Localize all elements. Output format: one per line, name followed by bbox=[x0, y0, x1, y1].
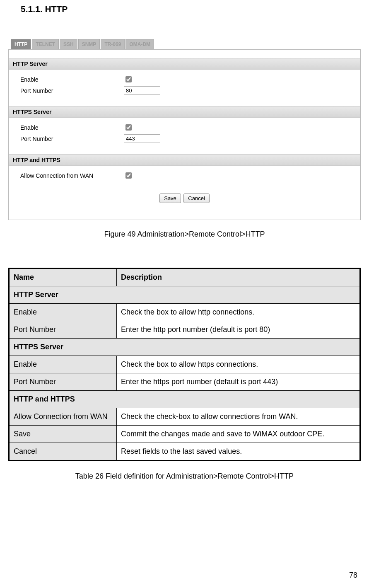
table-name-cell: Allow Connection from WAN bbox=[9, 408, 117, 426]
http-port-input[interactable] bbox=[124, 86, 160, 95]
table-desc-cell: Enter the http port number (default is p… bbox=[117, 321, 360, 339]
table-desc-cell: Commit the changes made and save to WiMA… bbox=[117, 426, 360, 443]
table-name-cell: Save bbox=[9, 426, 117, 443]
allow-wan-row: Allow Connection from WAN bbox=[9, 170, 360, 181]
table-section-cell: HTTPS Server bbox=[9, 339, 360, 356]
table-name-cell: Enable bbox=[9, 304, 117, 321]
header-name: Name bbox=[9, 269, 117, 286]
table-row: SaveCommit the changes made and save to … bbox=[9, 426, 360, 443]
definition-table: NameDescriptionHTTP ServerEnableCheck th… bbox=[8, 268, 361, 461]
section-heading: 5.1.1. HTTP bbox=[21, 4, 361, 14]
tab-snmp[interactable]: SNMP bbox=[78, 39, 100, 49]
table-name-cell: Port Number bbox=[9, 321, 117, 339]
table-row: Port NumberEnter the http port number (d… bbox=[9, 321, 360, 339]
tab-strip: HTTP TELNET SSH SNMP TR-069 OMA-DM bbox=[11, 39, 361, 49]
table-desc-cell: Check the box to allow http connections. bbox=[117, 304, 360, 321]
http-enable-label: Enable bbox=[20, 76, 124, 83]
table-desc-cell: Check the check-box to allow connections… bbox=[117, 408, 360, 426]
table-caption: Table 26 Field definition for Administra… bbox=[8, 472, 361, 481]
http-and-https-title: HTTP and HTTPS bbox=[9, 154, 360, 166]
button-row: Save Cancel bbox=[9, 194, 360, 203]
https-enable-checkbox[interactable] bbox=[125, 124, 132, 131]
tab-omadm[interactable]: OMA-DM bbox=[125, 39, 154, 49]
tab-tr069[interactable]: TR-069 bbox=[101, 39, 125, 49]
table-row: Port NumberEnter the https port number (… bbox=[9, 373, 360, 391]
https-port-input[interactable] bbox=[124, 134, 160, 143]
table-section-row: HTTPS Server bbox=[9, 339, 360, 356]
settings-panel: HTTP Server Enable Port Number HTTPS Ser… bbox=[8, 49, 361, 220]
table-name-cell: Enable bbox=[9, 356, 117, 373]
table-section-row: HTTP Server bbox=[9, 286, 360, 304]
http-server-title: HTTP Server bbox=[9, 58, 360, 70]
table-desc-cell: Check the box to allow https connections… bbox=[117, 356, 360, 373]
header-description: Description bbox=[117, 269, 360, 286]
table-section-cell: HTTP Server bbox=[9, 286, 360, 304]
https-server-title: HTTPS Server bbox=[9, 106, 360, 118]
cancel-button[interactable]: Cancel bbox=[183, 194, 209, 203]
table-header-row: NameDescription bbox=[9, 269, 360, 286]
table-row: Allow Connection from WANCheck the check… bbox=[9, 408, 360, 426]
https-enable-row: Enable bbox=[9, 122, 360, 133]
https-port-row: Port Number bbox=[9, 133, 360, 144]
https-enable-label: Enable bbox=[20, 124, 124, 131]
https-port-label: Port Number bbox=[20, 136, 124, 142]
http-port-label: Port Number bbox=[20, 87, 124, 94]
table-row: EnableCheck the box to allow https conne… bbox=[9, 356, 360, 373]
allow-wan-label: Allow Connection from WAN bbox=[20, 172, 124, 179]
tab-ssh[interactable]: SSH bbox=[60, 39, 77, 49]
table-desc-cell: Enter the https port number (default is … bbox=[117, 373, 360, 391]
table-desc-cell: Reset fields to the last saved values. bbox=[117, 443, 360, 461]
figure-caption: Figure 49 Administration>Remote Control>… bbox=[8, 230, 361, 239]
table-name-cell: Cancel bbox=[9, 443, 117, 461]
save-button[interactable]: Save bbox=[159, 194, 181, 203]
http-enable-row: Enable bbox=[9, 74, 360, 85]
page-number: 78 bbox=[349, 571, 357, 580]
allow-wan-checkbox[interactable] bbox=[125, 172, 132, 179]
table-section-row: HTTP and HTTPS bbox=[9, 391, 360, 408]
tab-http[interactable]: HTTP bbox=[11, 39, 31, 49]
table-section-cell: HTTP and HTTPS bbox=[9, 391, 360, 408]
http-enable-checkbox[interactable] bbox=[125, 76, 132, 82]
tab-telnet[interactable]: TELNET bbox=[32, 39, 59, 49]
table-row: EnableCheck the box to allow http connec… bbox=[9, 304, 360, 321]
table-row: CancelReset fields to the last saved val… bbox=[9, 443, 360, 461]
http-port-row: Port Number bbox=[9, 85, 360, 96]
table-name-cell: Port Number bbox=[9, 373, 117, 391]
